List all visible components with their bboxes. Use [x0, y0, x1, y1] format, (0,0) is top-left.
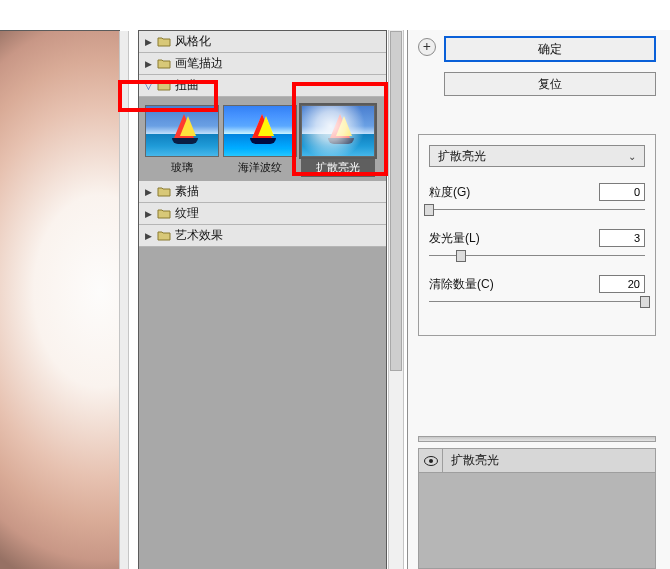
- chevron-right-icon: ▶: [145, 59, 155, 69]
- thumb-label: 扩散亮光: [301, 157, 375, 177]
- folder-icon: [157, 186, 171, 197]
- thumb-diffuse-glow[interactable]: 扩散亮光: [301, 105, 375, 177]
- thumb-label: 海洋波纹: [223, 157, 297, 177]
- grain-input[interactable]: [599, 183, 645, 201]
- ok-button[interactable]: 确定: [444, 36, 656, 62]
- thumb-glass[interactable]: 玻璃: [145, 105, 219, 177]
- filter-tree-panel: ▶ 风格化 ▶ 画笔描边 ▽ 扭曲 玻璃: [138, 30, 404, 569]
- scrollbar-thumb[interactable]: [390, 31, 402, 371]
- cat-texture[interactable]: ▶ 纹理: [139, 203, 386, 225]
- chevron-right-icon: ▶: [145, 231, 155, 241]
- cat-distort[interactable]: ▽ 扭曲: [139, 75, 386, 97]
- cat-brush[interactable]: ▶ 画笔描边: [139, 53, 386, 75]
- folder-icon: [157, 80, 171, 91]
- svg-point-1: [429, 459, 433, 463]
- chevron-right-icon: ▶: [145, 37, 155, 47]
- cat-label: 风格化: [175, 33, 211, 50]
- thumb-label: 玻璃: [145, 157, 219, 177]
- cat-label: 素描: [175, 183, 199, 200]
- filter-select[interactable]: 扩散亮光 ⌄: [429, 145, 645, 167]
- param-label: 发光量(L): [429, 230, 480, 247]
- folder-icon: [157, 58, 171, 69]
- thumb-ocean[interactable]: 海洋波纹: [223, 105, 297, 177]
- folder-icon: [157, 230, 171, 241]
- cat-stylize[interactable]: ▶ 风格化: [139, 31, 386, 53]
- layer-row[interactable]: 扩散亮光: [419, 449, 655, 473]
- chevron-right-icon: ▶: [145, 187, 155, 197]
- grain-slider[interactable]: [429, 203, 645, 217]
- params-box: 扩散亮光 ⌄ 粒度(G) 发光量(L) 清除数量(C): [418, 134, 656, 336]
- chevron-down-icon: ⌄: [628, 151, 636, 162]
- chevron-down-icon: ▽: [145, 81, 155, 91]
- param-label: 清除数量(C): [429, 276, 494, 293]
- folder-icon: [157, 208, 171, 219]
- param-label: 粒度(G): [429, 184, 470, 201]
- cat-label: 画笔描边: [175, 55, 223, 72]
- glow-slider[interactable]: [429, 249, 645, 263]
- visibility-toggle[interactable]: [419, 449, 443, 473]
- cat-label: 扭曲: [175, 77, 199, 94]
- filter-select-value: 扩散亮光: [438, 148, 486, 165]
- glow-input[interactable]: [599, 229, 645, 247]
- cancel-button[interactable]: 复位: [444, 72, 656, 96]
- preview-pane: [0, 30, 120, 569]
- controls-panel: ⵜ 确定 复位 扩散亮光 ⌄ 粒度(G) 发光量(L) 清除数量(C): [407, 30, 670, 569]
- panel-divider[interactable]: [418, 436, 656, 442]
- clear-input[interactable]: [599, 275, 645, 293]
- folder-icon: [157, 36, 171, 47]
- filter-tree: ▶ 风格化 ▶ 画笔描边 ▽ 扭曲 玻璃: [138, 30, 387, 569]
- effect-layers: 扩散亮光: [418, 448, 656, 569]
- cat-sketch[interactable]: ▶ 素描: [139, 181, 386, 203]
- layer-name: 扩散亮光: [443, 452, 499, 469]
- tree-scrollbar[interactable]: [388, 30, 404, 569]
- collapse-button[interactable]: ⵜ: [418, 38, 436, 56]
- cat-label: 艺术效果: [175, 227, 223, 244]
- cat-label: 纹理: [175, 205, 199, 222]
- chevron-right-icon: ▶: [145, 209, 155, 219]
- clear-slider[interactable]: [429, 295, 645, 309]
- distort-thumbs: 玻璃 海洋波纹 扩散亮光: [139, 97, 386, 181]
- cat-artistic[interactable]: ▶ 艺术效果: [139, 225, 386, 247]
